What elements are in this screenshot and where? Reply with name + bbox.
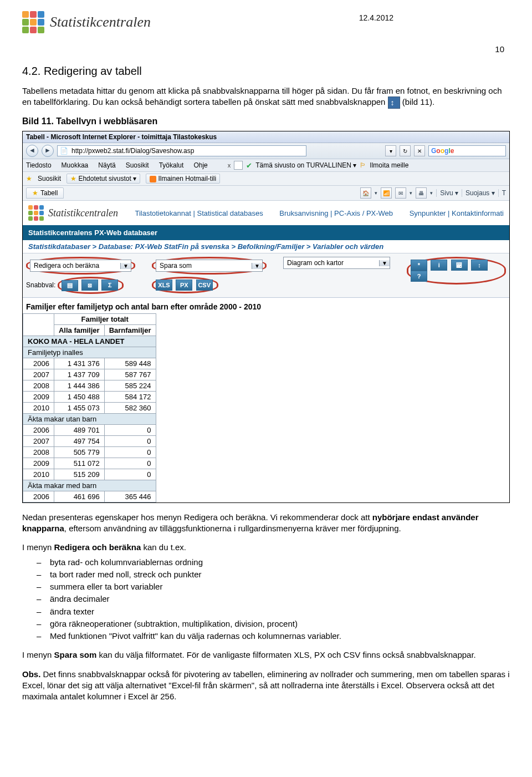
forward-button[interactable]: ►: [42, 145, 54, 157]
t3a: I menyn: [22, 650, 54, 659]
search-bar[interactable]: Google: [428, 145, 506, 156]
site-brand-name: Statistikcentralen: [48, 207, 118, 219]
fav-hotmail-label: Ilmainen Hotmail-tili: [158, 175, 216, 182]
intro-tail: (bild 11).: [402, 97, 434, 106]
stop-icon[interactable]: ✕: [414, 145, 425, 156]
sort-btn[interactable]: ↕: [471, 260, 488, 271]
close-x-icon[interactable]: x: [228, 162, 231, 169]
safe-text: Tämä sivusto on TURVALLINEN ▾: [255, 161, 356, 169]
table-cell-year: 2006: [23, 424, 54, 435]
diagram-label: Diagram och kartor: [284, 259, 379, 267]
menu-muokkaa[interactable]: Muokkaa: [62, 161, 89, 169]
star-icon[interactable]: ★: [26, 175, 32, 182]
table-cell-barn: 0: [104, 424, 156, 435]
para-redigera-intro: Nedan presenteras egenskaper hos menyn R…: [22, 512, 510, 535]
tabbar-t[interactable]: T: [498, 189, 506, 197]
fav-suggested[interactable]: ★ Ehdotetut sivustot ▾: [66, 174, 140, 184]
menu-ohje[interactable]: Ohje: [193, 161, 207, 169]
browser-tab[interactable]: ★ Tabell: [26, 187, 64, 199]
table-cell-alla: 515 209: [54, 469, 104, 480]
csv-btn[interactable]: CSV: [196, 280, 213, 291]
blue-strip: Statistikcentralens PX-Web databaser: [23, 225, 509, 240]
spara-select[interactable]: Spara som ▼: [156, 260, 263, 272]
favorites-bar: ★ Suosikit ★ Ehdotetut sivustot ▾ Ilmain…: [23, 172, 509, 186]
print-icon[interactable]: 🖶: [416, 187, 427, 199]
nav-synp[interactable]: Synpunkter: [410, 209, 446, 217]
browser-nav: ◄ ► 📄 ▾ ↻ ✕ Google: [23, 143, 509, 159]
table-cell-year: 2008: [23, 446, 54, 458]
obs-label: Obs.: [22, 669, 40, 679]
nav-pcaxis[interactable]: PC-Axis / PX-Web: [334, 209, 393, 217]
tab-title: Tabell: [40, 189, 58, 197]
spara-label: Spara som: [156, 262, 252, 270]
chevron-down-icon: ▼: [252, 263, 262, 269]
t3b: Spara som: [54, 650, 97, 659]
para-obs: Obs. Det finns snabbvalsknappar också fö…: [22, 669, 510, 703]
th-parent: Familjer totalt: [54, 313, 156, 324]
brand-logo-icon: [22, 11, 44, 33]
dropdown-icon[interactable]: ▾: [385, 145, 396, 156]
redigera-label: Redigera och beräkna: [30, 262, 120, 270]
tabbar-suojaus[interactable]: Suojaus ▾: [462, 189, 495, 197]
table-cell-alla: 1 450 488: [54, 391, 104, 402]
rss-toolbar-icon[interactable]: 📶: [381, 187, 392, 199]
menu-suosikit[interactable]: Suosikit: [126, 161, 149, 169]
fav-suggested-label: Ehdotetut sivustot ▾: [78, 175, 136, 182]
help-btn[interactable]: ?: [411, 271, 427, 282]
list-item: göra räkneoperationer (subtraktion, mult…: [37, 618, 510, 629]
data-table: Familjer totalt Alla familjerBarnfamilje…: [23, 313, 156, 502]
mail-icon[interactable]: ✉: [395, 187, 406, 199]
table-cell-barn: 0: [104, 469, 156, 480]
address-input[interactable]: [70, 146, 304, 155]
snabbval-sum-btn[interactable]: Σ: [101, 280, 118, 291]
tabbar-sivu[interactable]: Sivu ▾: [436, 189, 458, 197]
px-btn[interactable]: PX: [176, 280, 192, 291]
breadcrumb-text: Statistikdatabaser > Database: PX-Web St…: [28, 242, 383, 251]
nav-tilasto[interactable]: Tilastotietokannat: [135, 209, 191, 217]
snabbval-zero-btn[interactable]: ⦻: [81, 280, 98, 291]
desc-btn[interactable]: ⵹: [451, 260, 468, 271]
info-btn[interactable]: i: [431, 260, 447, 271]
embedded-screenshot: Tabell - Microsoft Internet Explorer - t…: [22, 131, 510, 503]
home-icon[interactable]: 🏠: [360, 187, 371, 199]
table-title: Familjer efter familjetyp och antal barn…: [23, 298, 509, 313]
chevron-down-icon: ▼: [379, 260, 390, 266]
redigera-select[interactable]: Redigera och beräkna ▼: [30, 260, 131, 272]
table-cell-alla: 511 072: [54, 458, 104, 469]
table-cell-year: 2007: [23, 369, 54, 380]
th-alla: Alla familjer: [54, 324, 104, 336]
intro-paragraph: Tabellens metadata hittar du genom att k…: [22, 85, 510, 109]
menu-nayta[interactable]: Näytä: [98, 161, 115, 169]
browser-titlebar: Tabell - Microsoft Internet Explorer - t…: [23, 131, 509, 143]
page-icon: 📄: [60, 147, 68, 155]
table-cell-barn: 582 360: [104, 402, 156, 413]
table-cell-barn: 589 448: [104, 358, 156, 369]
fav-hotmail[interactable]: Ilmainen Hotmail-tili: [146, 174, 220, 184]
refresh-icon[interactable]: ↻: [400, 145, 411, 156]
table-row-subheader: Familjetyp inalles: [23, 347, 156, 358]
t1: Nedan presenteras egenskaper hos menyn R…: [22, 512, 372, 522]
t2c: kan du t.ex.: [141, 542, 186, 552]
fav-suosikit[interactable]: Suosikit: [38, 175, 61, 182]
menu-tiedosto[interactable]: Tiedosto: [26, 161, 52, 169]
menu-tyokalut[interactable]: Työkalut: [159, 161, 184, 169]
list-item: ta bort rader med noll, streck och punkt…: [37, 569, 510, 580]
nav-bruks[interactable]: Bruksanvisning: [279, 209, 328, 217]
figure-caption: Bild 11. Tabellvyn i webbläsaren: [22, 116, 510, 126]
site-logo-icon: [28, 205, 44, 221]
search-input[interactable]: [456, 146, 503, 155]
nav-kontakt[interactable]: Kontaktinformati: [452, 209, 504, 217]
page-number: 10: [22, 44, 510, 54]
back-button[interactable]: ◄: [26, 145, 38, 157]
report-text[interactable]: Ilmoita meille: [370, 161, 408, 169]
xls-btn[interactable]: XLS: [156, 280, 172, 291]
para-redigera-list-intro: I menyn Redigera och beräkna kan du t.ex…: [22, 542, 510, 553]
snabbval-label: Snabbval:: [26, 281, 55, 289]
nav-statdb[interactable]: Statistical databases: [197, 209, 263, 217]
footnote-btn[interactable]: *: [411, 260, 427, 271]
address-bar[interactable]: 📄: [57, 145, 306, 156]
snabbval-pivot-btn[interactable]: ▤: [62, 280, 78, 291]
list-item: ändra decimaler: [37, 593, 510, 605]
diagram-select[interactable]: Diagram och kartor ▼: [283, 257, 390, 269]
table-cell-year: 2010: [23, 402, 54, 413]
